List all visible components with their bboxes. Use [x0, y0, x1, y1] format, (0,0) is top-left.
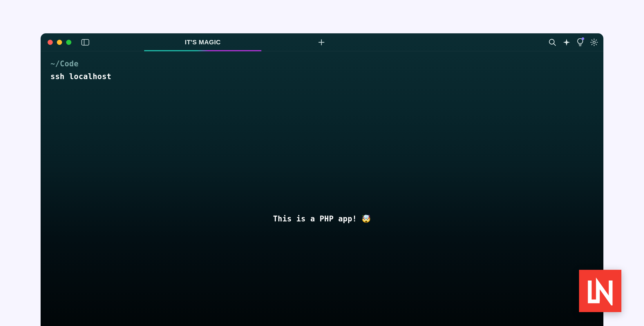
split-pane-icon[interactable] [81, 39, 89, 46]
terminal-window: IT'S MAGIC [41, 33, 603, 326]
search-icon[interactable] [548, 38, 556, 46]
minimize-window-button[interactable] [57, 40, 62, 45]
svg-line-5 [554, 44, 556, 46]
brand-badge [579, 270, 621, 312]
new-tab-button[interactable] [316, 33, 327, 51]
svg-point-8 [593, 41, 595, 43]
toolbar-right [548, 33, 598, 51]
gear-icon[interactable] [590, 38, 598, 46]
traffic-lights [41, 40, 71, 45]
terminal-banner: This is a PHP app! 🤯 [41, 214, 603, 223]
notification-dot [582, 37, 584, 40]
sparkle-icon[interactable] [563, 39, 570, 46]
close-window-button[interactable] [48, 40, 53, 45]
tab-active[interactable]: IT'S MAGIC [144, 33, 261, 51]
terminal-command: ssh localhost [50, 72, 594, 81]
maximize-window-button[interactable] [66, 40, 71, 45]
titlebar: IT'S MAGIC [41, 33, 603, 51]
lightbulb-icon[interactable] [577, 38, 584, 47]
prompt-path: ~/Code [50, 59, 594, 68]
svg-rect-0 [82, 39, 89, 45]
tab-title: IT'S MAGIC [185, 39, 221, 46]
terminal-content[interactable]: ~/Code ssh localhost [41, 51, 603, 89]
